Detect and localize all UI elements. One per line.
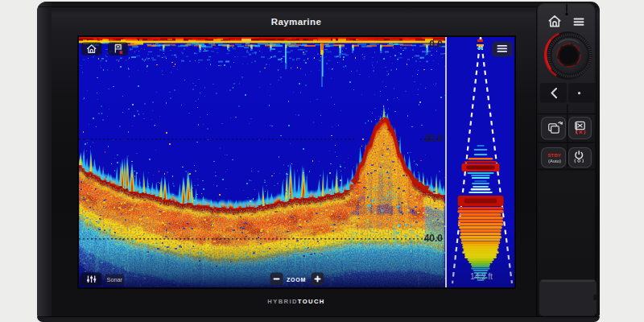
- svg-text:0.0: 0.0: [429, 39, 443, 50]
- svg-text:40.0: 40.0: [424, 233, 444, 244]
- svg-text:ZOOM: ZOOM: [287, 277, 306, 283]
- svg-text:20.0: 20.0: [424, 133, 444, 144]
- svg-text:Sonar: Sonar: [107, 276, 123, 283]
